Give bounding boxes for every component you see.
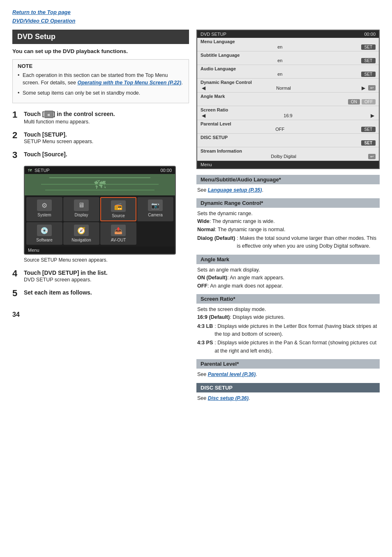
dvd-row-audio-language: Audio Language en SET — [197, 65, 379, 79]
dvd-row-screen-ratio: Screen Ratio ◀ 16:9 ▶ — [197, 106, 379, 120]
step-3-number: 3 — [12, 150, 24, 160]
menu-software[interactable]: 💿 Software — [26, 222, 62, 245]
step-4: 4 Touch [DVD SETUP] in the list. DVD SET… — [12, 269, 189, 283]
step-5-number: 5 — [12, 288, 24, 298]
parental-level-set-btn[interactable]: SET — [361, 127, 376, 132]
right-column: DVD SETUP 00:00 Menu Language en SET Sub… — [196, 30, 380, 404]
menu-camera[interactable]: 📷 Camera — [137, 197, 173, 221]
dvd-row-parental-level: Parental Level OFF SET — [197, 120, 379, 134]
section-parental-level-body: See Parental level (P.36). — [196, 371, 380, 378]
section-screen-ratio-header: Screen Ratio* — [196, 294, 380, 304]
step-1-desc: Multi function menu appears. — [24, 119, 189, 125]
step-5-content: Set each item as follows. — [24, 288, 189, 296]
step-4-title: Touch [DVD SETUP] in the list. — [24, 269, 189, 276]
step-3: 3 Touch [Source]. — [12, 150, 189, 160]
step-2-title: Touch [SETUP]. — [24, 131, 189, 138]
top-page-link[interactable]: Return to the Top page — [12, 8, 380, 17]
display-icon: 🖥 — [74, 200, 89, 211]
step-5-title: Set each item as follows. — [24, 289, 189, 296]
step-1-number: 1 — [12, 110, 24, 120]
dvd-row-angle-mark: Angle Mark ON OFF — [197, 93, 379, 106]
section-disc-setup-header: DISC SETUP — [196, 383, 380, 392]
software-icon: 💿 — [37, 225, 52, 236]
av-out-icon: 📤 — [111, 225, 126, 236]
source-caption: Source SETUP Menu screen appears. — [24, 257, 189, 263]
source-icon: 📻 — [111, 200, 126, 212]
section-dynamic-range-body: Sets the dynamic range. Wide: The dynami… — [196, 210, 380, 251]
dynamic-range-right-arrow[interactable]: ▶ — [360, 85, 367, 91]
screen-ratio-left-arrow[interactable]: ◀ — [201, 113, 207, 118]
screen-ratio-right-arrow[interactable]: ▶ — [369, 113, 376, 118]
step-1-content: Touch [«] in the control screen. Multi f… — [24, 110, 189, 125]
section-parental-level-header: Parental Level* — [196, 359, 380, 369]
setup-screen-title: 🗺 SETUP — [28, 168, 50, 173]
section-disc-setup: DISC SETUP See Disc setup (P.36). — [196, 383, 380, 402]
system-icon: ⚙ — [37, 200, 52, 211]
angle-mark-on-btn[interactable]: ON — [348, 99, 360, 104]
note-item-1: Each operation in this section can be st… — [18, 72, 184, 87]
subtitle-language-set-btn[interactable]: SET — [361, 58, 376, 63]
dynamic-range-back-btn[interactable]: ↩ — [368, 85, 376, 91]
language-setup-link[interactable]: Language setup (P.35) — [208, 187, 262, 193]
setup-screen-header: 🗺 SETUP 00:00 — [25, 167, 175, 174]
section-parental-level: Parental Level* See Parental level (P.36… — [196, 359, 380, 378]
step-4-number: 4 — [12, 269, 24, 278]
step-2-desc: SETUP Menu screen appears. — [24, 139, 189, 144]
section-angle-mark-header: Angle Mark — [196, 255, 380, 264]
menu-language-set-btn[interactable]: SET — [361, 44, 376, 50]
menu-av-out[interactable]: 📤 AV-OUT — [100, 222, 136, 245]
section-disc-setup-body: See Disc setup (P.36). — [196, 395, 380, 402]
section-angle-mark: Angle Mark Sets an angle mark display. O… — [196, 255, 380, 290]
section-dynamic-range-header: Dynamic Range Control* — [196, 198, 380, 208]
section-menu-language-header: Menu/Subtitle/Audio Language* — [196, 175, 380, 184]
section-screen-ratio-body: Sets the screen display mode. 16:9 (Defa… — [196, 306, 380, 355]
setup-screen-footer: Menu — [25, 246, 175, 254]
step-2: 2 Touch [SETUP]. SETUP Menu screen appea… — [12, 130, 189, 144]
dvd-setup-title: DVD SETUP — [201, 32, 226, 37]
step-4-desc: DVD SETUP screen appears. — [24, 277, 189, 283]
stream-info-back-btn[interactable]: ↩ — [368, 154, 376, 159]
note-link-1[interactable]: Operating with the Top Menu Screen (P.22… — [77, 80, 181, 86]
top-links: Return to the Top page DVD/Video CD Oper… — [12, 8, 380, 26]
note-item-2: Some setup items can only be set in stan… — [18, 89, 184, 97]
dvd-setup-time: 00:00 — [364, 32, 376, 37]
step-2-content: Touch [SETUP]. SETUP Menu screen appears… — [24, 130, 189, 144]
dynamic-range-left-arrow[interactable]: ◀ — [201, 85, 207, 91]
setup-screen-time: 00:00 — [160, 168, 172, 173]
parental-level-link[interactable]: Parental level (P.36) — [208, 371, 256, 377]
step-4-content: Touch [DVD SETUP] in the list. DVD SETUP… — [24, 269, 189, 283]
note-title: NOTE — [18, 63, 184, 69]
page-layout: DVD Setup You can set up the DVD playbac… — [12, 30, 380, 404]
section-title: DVD Setup — [12, 30, 189, 44]
dvd-row-menu-language: Menu Language en SET — [197, 38, 379, 51]
page-number: 34 — [12, 311, 189, 318]
step-1: 1 Touch [«] in the control screen. Multi… — [12, 110, 189, 125]
setup-screen: 🗺 SETUP 00:00 🗺 ⚙ System 🖥 Displa — [24, 166, 176, 255]
step-3-content: Touch [Source]. — [24, 150, 189, 158]
step-1-title: Touch [«] in the control screen. — [24, 111, 189, 118]
dvd-setup-footer: Menu — [197, 161, 379, 168]
dvd-row-disc-setup: DISC SETUP SET — [197, 134, 379, 147]
dvd-setup-screen: DVD SETUP 00:00 Menu Language en SET Sub… — [196, 30, 380, 169]
menu-navigation[interactable]: 🧭 Navigation — [63, 222, 99, 245]
disc-setup-link[interactable]: Disc setup (P.36) — [208, 395, 249, 401]
audio-language-set-btn[interactable]: SET — [361, 72, 376, 77]
dvd-operation-link[interactable]: DVD/Video CD Operation — [12, 17, 380, 26]
dvd-row-stream-info: Stream Information Dolby Digital ↩ — [197, 147, 379, 161]
menu-system[interactable]: ⚙ System — [26, 197, 62, 221]
dvd-row-dynamic-range: Dynamic Range Control ◀ Normal ▶ ↩ — [197, 79, 379, 93]
menu-source[interactable]: 📻 Source — [100, 197, 136, 221]
disc-setup-set-btn[interactable]: SET — [361, 140, 376, 146]
dvd-setup-header: DVD SETUP 00:00 — [197, 30, 379, 38]
navigation-icon: 🧭 — [74, 225, 89, 236]
section-screen-ratio: Screen Ratio* Sets the screen display mo… — [196, 294, 380, 355]
section-angle-mark-body: Sets an angle mark display. ON (Default)… — [196, 266, 380, 290]
step-5: 5 Set each item as follows. — [12, 288, 189, 298]
note-box: NOTE Each operation in this section can … — [12, 59, 189, 103]
section-menu-language: Menu/Subtitle/Audio Language* See Langua… — [196, 175, 380, 194]
section-dynamic-range: Dynamic Range Control* Sets the dynamic … — [196, 198, 380, 251]
angle-mark-off-btn[interactable]: OFF — [362, 99, 376, 104]
menu-display[interactable]: 🖥 Display — [63, 197, 99, 221]
step-3-title: Touch [Source]. — [24, 151, 189, 158]
left-column: DVD Setup You can set up the DVD playbac… — [12, 30, 189, 404]
